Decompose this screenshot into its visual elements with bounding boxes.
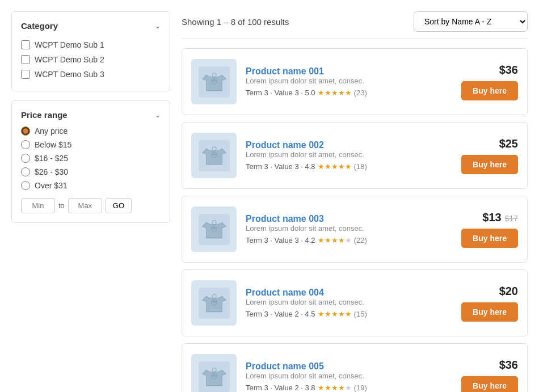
price-range-inputs: to GO [21,198,161,213]
product-stars: ★★★★★ [318,236,352,245]
product-image [191,59,237,104]
product-stars: ★★★★★ [318,162,352,171]
category-label-sub3: WCPT Demo Sub 3 [35,70,104,79]
category-item: WCPT Demo Sub 1 [21,37,161,52]
category-checkbox-sub3[interactable] [21,70,30,79]
category-filter: Category ⌄ WCPT Demo Sub 1 WCPT Demo Sub… [11,11,170,91]
category-checkbox-sub1[interactable] [21,40,30,49]
product-price-wrapper: $13$17 [482,211,518,224]
price-option-label-16to25: $16 - $25 [35,154,68,163]
price-option[interactable]: Over $31 [21,181,161,190]
price-range-filter: Price range ⌄ Any price Below $15 $16 - … [11,100,170,223]
product-image [191,280,237,326]
price-radio-26to30[interactable] [21,167,30,176]
product-image [191,206,237,252]
buy-button-004[interactable]: Buy here [461,302,518,322]
product-price-wrapper: $20 [499,285,518,298]
category-item: WCPT Demo Sub 3 [21,67,161,82]
category-label-sub1: WCPT Demo Sub 1 [35,40,104,49]
price-options-list: Any price Below $15 $16 - $25 $26 - $30 … [21,127,161,190]
product-reviews: (19) [354,383,367,392]
product-price-wrapper: $36 [499,64,518,77]
product-price-action: $36 Buy here [456,359,518,393]
product-card: Product name 001 Lorem ipsum dolor sit a… [182,48,528,115]
price-radio-16to25[interactable] [21,154,30,163]
product-card: Product name 003 Lorem ipsum dolor sit a… [182,196,528,263]
svg-point-3 [213,79,215,81]
product-info: Product name 005 Lorem ipsum dolor sit a… [246,361,447,392]
product-description: Lorem ipsum dolor sit amet, consec. [246,298,447,306]
svg-point-11 [213,226,215,229]
buy-button-001[interactable]: Buy here [461,81,518,100]
product-price-action: $20 Buy here [456,285,518,322]
product-image [191,133,237,178]
price-option[interactable]: Below $15 [21,140,161,149]
product-info: Product name 003 Lorem ipsum dolor sit a… [246,214,447,245]
product-terms: Term 3 · Value 2 · 4.5 [246,310,315,318]
product-name-link[interactable]: Product name 003 [246,214,324,224]
product-description: Lorem ipsum dolor sit amet, consec. [246,150,447,159]
product-price-action: $25 Buy here [456,137,518,174]
price-radio-over31[interactable] [21,181,30,190]
product-reviews: (18) [354,162,367,171]
product-meta: Term 3 · Value 3 · 5.0 ★★★★★ (23) [246,88,447,97]
price-radio-below15[interactable] [21,140,30,149]
product-name-link[interactable]: Product name 005 [246,361,324,371]
category-item: WCPT Demo Sub 2 [21,52,161,67]
buy-button-002[interactable]: Buy here [461,155,518,174]
product-info: Product name 002 Lorem ipsum dolor sit a… [246,140,447,171]
price-option-label-any: Any price [35,127,68,136]
product-price-wrapper: $25 [499,137,518,150]
product-name-link[interactable]: Product name 001 [246,66,324,76]
product-terms: Term 3 · Value 2 · 3.8 [246,383,315,392]
product-price: $13 [482,211,501,224]
price-radio-any[interactable] [21,127,30,136]
product-terms: Term 3 · Value 3 · 5.0 [246,88,315,97]
product-meta: Term 3 · Value 2 · 3.8 ★★★★★ (19) [246,383,447,392]
buy-button-003[interactable]: Buy here [461,229,518,248]
product-price: $20 [499,285,518,298]
product-description: Lorem ipsum dolor sit amet, consec. [246,77,447,85]
price-chevron-icon: ⌄ [155,111,161,119]
product-price-action: $13$17 Buy here [456,211,518,248]
product-meta: Term 3 · Value 2 · 4.5 ★★★★★ (15) [246,310,447,318]
product-info: Product name 001 Lorem ipsum dolor sit a… [246,66,447,97]
product-meta: Term 3 · Value 3 · 4.8 ★★★★★ (18) [246,162,447,171]
category-filter-header[interactable]: Category ⌄ [21,21,161,31]
category-filter-title: Category [21,21,58,31]
price-option[interactable]: $26 - $30 [21,167,161,176]
product-stars: ★★★★★ [318,383,352,392]
price-option[interactable]: Any price [21,127,161,136]
toolbar: Showing 1 – 8 of 100 results Sort by Nam… [182,11,528,39]
product-card: Product name 004 Lorem ipsum dolor sit a… [182,269,528,336]
sort-select[interactable]: Sort by Name A - ZSort by Name Z - ASort… [414,11,528,32]
to-label: to [58,201,65,210]
product-reviews: (22) [354,236,367,245]
product-info: Product name 004 Lorem ipsum dolor sit a… [246,288,447,318]
price-go-button[interactable]: GO [106,198,132,213]
product-name-link[interactable]: Product name 002 [246,140,324,150]
product-price-action: $36 Buy here [456,64,518,100]
product-description: Lorem ipsum dolor sit amet, consec. [246,372,447,380]
product-price: $25 [499,137,518,150]
results-text: Showing 1 – 8 of 100 results [182,17,289,27]
product-original-price: $17 [505,214,518,223]
price-option[interactable]: $16 - $25 [21,154,161,163]
category-label-sub2: WCPT Demo Sub 2 [35,55,104,64]
product-name-link[interactable]: Product name 004 [246,288,324,297]
svg-point-7 [213,153,215,155]
price-max-input[interactable] [68,198,102,213]
svg-point-15 [213,300,215,302]
price-min-input[interactable] [21,198,55,213]
product-terms: Term 3 · Value 3 · 4.8 [246,162,315,171]
sidebar: Category ⌄ WCPT Demo Sub 1 WCPT Demo Sub… [11,11,170,392]
product-stars: ★★★★★ [318,310,352,318]
buy-button-005[interactable]: Buy here [461,376,518,393]
product-reviews: (15) [354,310,367,318]
product-card: Product name 005 Lorem ipsum dolor sit a… [182,343,528,392]
category-checkbox-sub2[interactable] [21,55,30,64]
price-filter-header[interactable]: Price range ⌄ [21,110,161,120]
price-option-label-over31: Over $31 [35,181,68,190]
product-image [191,354,237,392]
product-card: Product name 002 Lorem ipsum dolor sit a… [182,122,528,189]
